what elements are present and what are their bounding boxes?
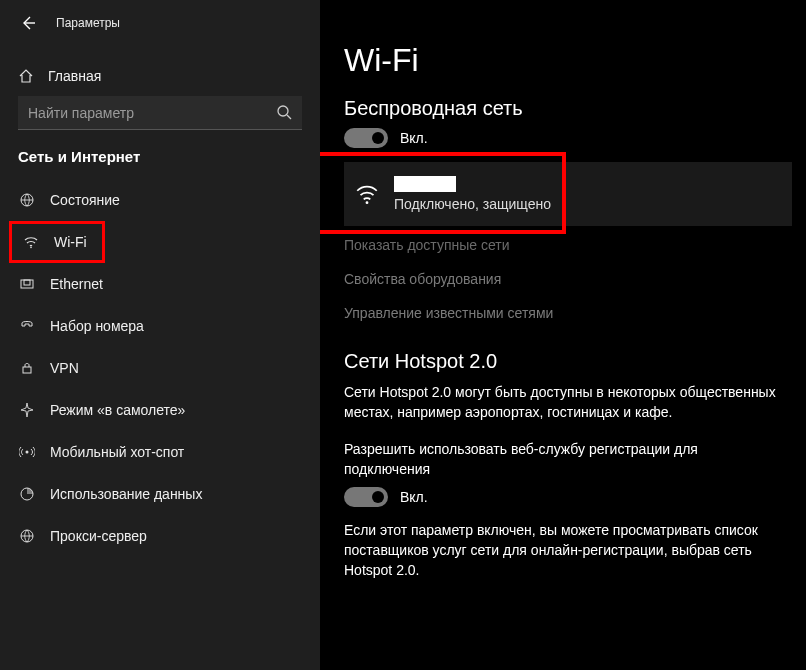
ethernet-icon [18,276,36,292]
hotspot-toggle-label: Вкл. [400,489,428,505]
svg-point-9 [366,201,369,204]
sidebar-item-label: Режим «в самолете» [50,402,185,418]
sidebar-item-home[interactable]: Главная [0,56,320,96]
hotspot-heading: Сети Hotspot 2.0 [344,350,792,373]
hotspot-toggle[interactable] [344,487,388,507]
data-usage-icon [18,486,36,502]
sidebar-item-wifi[interactable]: Wi-Fi [12,224,102,260]
sidebar-item-datausage[interactable]: Использование данных [0,473,320,515]
titlebar-title: Параметры [56,16,120,30]
page-title: Wi-Fi [344,42,792,79]
dialup-icon [18,318,36,334]
link-hardware-properties[interactable]: Свойства оборудования [344,262,792,296]
sidebar-item-status[interactable]: Состояние [0,179,320,221]
connection-status: Подключено, защищено [394,196,551,212]
sidebar-item-label: VPN [50,360,79,376]
sidebar-item-ethernet[interactable]: Ethernet [0,263,320,305]
svg-point-2 [30,247,32,249]
wifi-signal-icon [354,181,380,207]
hotspot-icon [18,444,36,460]
airplane-icon [18,402,36,418]
back-button[interactable] [18,13,38,33]
link-manage-known-networks[interactable]: Управление известными сетями [344,296,792,330]
sidebar-home-label: Главная [48,68,101,84]
titlebar: Параметры [0,0,320,46]
sidebar-item-label: Использование данных [50,486,202,502]
sidebar-item-label: Состояние [50,192,120,208]
wifi-toggle[interactable] [344,128,388,148]
sidebar-item-dialup[interactable]: Набор номера [0,305,320,347]
svg-rect-5 [23,367,31,373]
link-show-networks[interactable]: Показать доступные сети [344,228,792,262]
sidebar-section-heading: Сеть и Интернет [0,148,320,179]
svg-point-6 [26,451,29,454]
sidebar-item-airplane[interactable]: Режим «в самолете» [0,389,320,431]
vpn-icon [18,360,36,376]
hotspot-allow-text: Разрешить использовать веб-службу регист… [344,440,784,479]
main-content: Wi-Fi Беспроводная сеть Вкл. Подключено,… [320,0,806,670]
search-field[interactable] [18,96,302,130]
status-icon [18,192,36,208]
sidebar-item-label: Прокси-сервер [50,528,147,544]
current-connection-row[interactable]: Подключено, защищено [344,162,792,226]
sidebar-item-label: Мобильный хот-спот [50,444,184,460]
home-icon [18,68,34,84]
svg-rect-4 [24,280,30,285]
svg-rect-3 [21,280,33,288]
wireless-heading: Беспроводная сеть [344,97,792,120]
wifi-toggle-label: Вкл. [400,130,428,146]
sidebar-item-proxy[interactable]: Прокси-сервер [0,515,320,557]
sidebar-item-label: Wi-Fi [54,234,87,250]
sidebar-item-vpn[interactable]: VPN [0,347,320,389]
svg-point-0 [278,106,288,116]
sidebar-item-label: Набор номера [50,318,144,334]
settings-sidebar: Параметры Главная Сеть и Интернет Состоя… [0,0,320,670]
hotspot-note: Если этот параметр включен, вы можете пр… [344,521,784,580]
sidebar-item-label: Ethernet [50,276,103,292]
sidebar-item-hotspot[interactable]: Мобильный хот-спот [0,431,320,473]
search-icon [276,104,292,120]
arrow-left-icon [20,15,36,31]
proxy-icon [18,528,36,544]
hotspot-description: Сети Hotspot 2.0 могут быть доступны в н… [344,383,784,422]
wifi-icon [22,234,40,250]
search-input[interactable] [18,96,302,130]
ssid-name-masked [394,176,456,192]
